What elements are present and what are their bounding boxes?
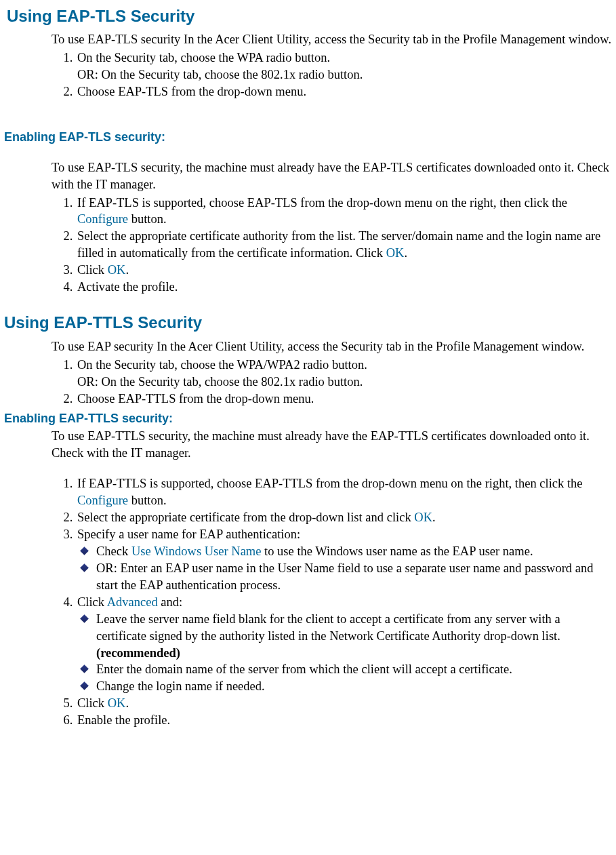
ok-link[interactable]: OK [108,263,126,277]
bullet-text: Check [96,544,131,558]
bullet-item: OR: Enter an EAP user name in the User N… [95,560,612,594]
step-text: Click [77,696,108,710]
step-text: Choose EAP-TLS from the drop-down menu. [77,85,306,98]
step-text: Activate the profile. [77,280,178,294]
step-text: button. [128,212,167,226]
intro-enable-eap-ttls: To use EAP-TTLS security, the machine mu… [52,428,612,462]
sub-bullets: Leave the server name field blank for th… [77,611,612,696]
ok-link[interactable]: OK [108,696,126,710]
recommended-label: (recommended) [96,646,180,660]
list-item: Specify a user name for EAP authenticati… [76,526,612,594]
list-item: Select the appropriate certificate from … [76,509,612,526]
step-text: Click [77,595,107,609]
list-item: Click OK. [76,262,612,279]
bullet-text: OR: Enter an EAP user name in the User N… [96,561,593,592]
advanced-link[interactable]: Advanced [107,595,158,609]
step-text: Specify a user name for EAP authenticati… [77,528,300,541]
list-item: Choose EAP-TTLS from the drop-down menu. [76,391,612,407]
bullet-item: Change the login name if needed. [95,678,612,695]
step-text: Select the appropriate certificate autho… [77,229,600,260]
steps-eap-tls: On the Security tab, choose the WPA radi… [52,49,612,100]
list-item: Choose EAP-TLS from the drop-down menu. [76,83,612,100]
steps-enable-eap-ttls: If EAP-TTLS is supported, choose EAP-TTL… [52,475,612,730]
steps-eap-ttls: On the Security tab, choose the WPA/WPA2… [52,357,612,407]
step-text: and: [158,595,182,609]
step-text: Choose EAP-TTLS from the drop-down menu. [77,392,314,405]
list-item: Click Advanced and: Leave the server nam… [76,594,612,696]
list-item: Click OK. [76,695,612,712]
step-text-or: OR: On the Security tab, choose the 802.… [77,66,612,83]
use-windows-user-name-link[interactable]: Use Windows User Name [131,544,262,558]
bullet-item: Check Use Windows User Name to use the W… [95,543,612,560]
step-text: . [404,246,407,260]
heading-eap-tls: Using EAP-TLS Security [4,5,612,27]
step-text: If EAP-TTLS is supported, choose EAP-TTL… [77,477,583,490]
bullet-text: Enter the domain name of the server from… [96,662,512,676]
bullet-text: Leave the server name field blank for th… [96,612,560,643]
subheading-enable-eap-ttls: Enabling EAP-TTLS security: [4,410,612,426]
step-text: . [125,696,129,710]
step-text: If EAP-TLS is supported, choose EAP-TLS … [77,196,567,210]
steps-enable-eap-tls: If EAP-TLS is supported, choose EAP-TLS … [52,195,612,296]
bullet-item: Leave the server name field blank for th… [95,611,612,662]
step-text: . [125,263,129,277]
list-item: Activate the profile. [76,279,612,296]
step-text: Click [77,263,108,277]
step-text: . [432,511,436,524]
list-item: If EAP-TLS is supported, choose EAP-TLS … [76,195,612,228]
step-text: On the Security tab, choose the WPA radi… [77,51,330,64]
sub-bullets: Check Use Windows User Name to use the W… [77,543,612,594]
step-text: button. [128,494,167,507]
bullet-text: to use the Windows user name as the EAP … [261,544,533,558]
ok-link[interactable]: OK [414,511,432,524]
bullet-item: Enter the domain name of the server from… [95,661,612,678]
list-item: Select the appropriate certificate autho… [76,228,612,262]
configure-link[interactable]: Configure [77,212,128,226]
list-item: On the Security tab, choose the WPA/WPA2… [76,357,612,391]
list-item: On the Security tab, choose the WPA radi… [76,49,612,83]
list-item: If EAP-TTLS is supported, choose EAP-TTL… [76,475,612,509]
step-text: Enable the profile. [77,713,170,727]
step-text: Select the appropriate certificate from … [77,511,414,524]
list-item: Enable the profile. [76,712,612,729]
intro-eap-tls: To use EAP-TLS security In the Acer Clie… [52,31,612,48]
step-text-or: OR: On the Security tab, choose the 802.… [77,374,612,391]
configure-link[interactable]: Configure [77,494,128,507]
ok-link[interactable]: OK [386,246,405,260]
subheading-enable-eap-tls: Enabling EAP-TLS security: [4,129,612,145]
intro-eap-ttls: To use EAP security In the Acer Client U… [52,338,612,355]
bullet-text: Change the login name if needed. [96,679,265,693]
heading-eap-ttls: Using EAP-TTLS Security [4,312,612,334]
step-text: On the Security tab, choose the WPA/WPA2… [77,358,367,372]
intro-enable-eap-tls: To use EAP-TLS security, the machine mus… [52,159,612,193]
